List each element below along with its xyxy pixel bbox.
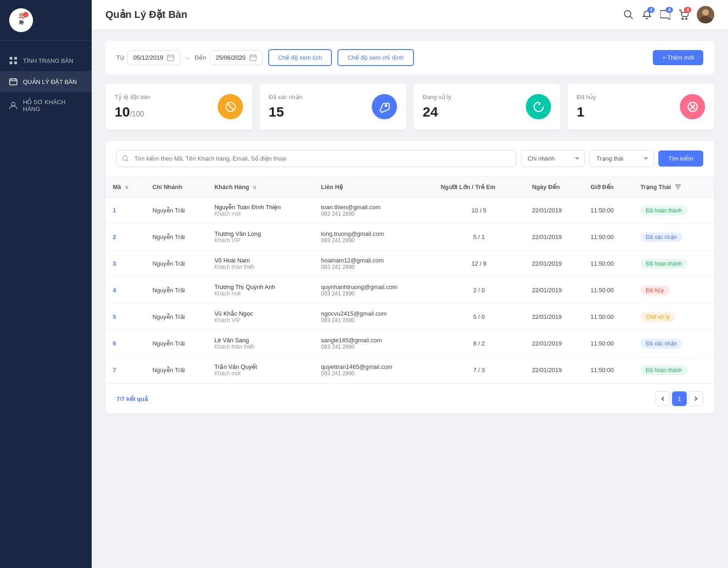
svg-text:寿: 寿: [18, 20, 24, 25]
from-date-input[interactable]: 05/12/2019: [127, 50, 180, 65]
cell-customer: Nguyễn Toàn Đình Thiện Khách mới: [207, 197, 314, 224]
to-label: Đến: [195, 54, 206, 61]
view-calendar-btn[interactable]: Chế độ xem lịch: [268, 49, 332, 66]
cell-people: 5 / 0: [433, 304, 524, 330]
sort-ma-icon[interactable]: ⇅: [125, 185, 128, 190]
table-row: 2 Nguyễn Trãi Trương Văn Long Khách VIP …: [105, 224, 714, 251]
stat-ty-le: Tỷ lệ đặt bàn 10/100 %: [105, 84, 252, 130]
svg-rect-5: [10, 57, 12, 60]
cart-badge: 4: [684, 7, 691, 13]
avatar[interactable]: [697, 6, 714, 23]
sidebar-item-ho-so-khach-hang[interactable]: HỒ SƠ KHÁCH HÀNG: [0, 92, 92, 119]
cell-branch: Nguyễn Trãi: [145, 304, 207, 330]
col-nguoi-lon: Người Lớn / Trẻ Em: [433, 177, 524, 197]
cell-date: 22/01/2019: [524, 197, 583, 224]
filter-icon[interactable]: [674, 183, 682, 190]
cell-branch: Nguyễn Trãi: [145, 251, 207, 277]
cell-status: Đã xác nhận: [633, 224, 714, 251]
cell-time: 11:50:00: [583, 277, 633, 304]
sidebar-item-tinh-trang-ban[interactable]: TÌNH TRẠNG BÀN: [0, 50, 92, 71]
col-gio-den: Giờ Đến: [583, 177, 633, 197]
stat-huy-value: 1: [577, 104, 596, 120]
status-badge: Đã hủy: [640, 285, 669, 295]
cell-date: 22/01/2019: [524, 224, 583, 251]
cell-id[interactable]: 4: [105, 277, 145, 304]
cell-id[interactable]: 2: [105, 224, 145, 251]
cell-status: Đã hoàn thành: [633, 197, 714, 224]
cell-branch: Nguyễn Trãi: [145, 197, 207, 224]
stat-huy: Đã hủy 1: [568, 84, 714, 130]
cell-status: Đã xác nhận: [633, 330, 714, 357]
cell-people: 2 / 0: [433, 277, 524, 304]
stat-xac-nhan-value: 15: [269, 104, 303, 120]
page-1-btn[interactable]: 1: [672, 391, 687, 406]
cell-id[interactable]: 6: [105, 330, 145, 357]
status-badge: Đã xác nhận: [640, 339, 683, 349]
pagination-row: 7/7 kết quả 1: [105, 384, 714, 413]
cell-id[interactable]: 5: [105, 304, 145, 330]
cell-people: 7 / 3: [433, 357, 524, 384]
cell-branch: Nguyễn Trãi: [145, 277, 207, 304]
add-new-btn[interactable]: + Thêm mới: [653, 50, 703, 65]
search-section: Chi nhánh Trạng thái Tìm kiếm: [105, 141, 714, 177]
stat-huy-label: Đã hủy: [577, 94, 596, 100]
sort-kh-icon[interactable]: ⇅: [253, 185, 256, 190]
prev-page-btn[interactable]: [656, 391, 670, 406]
cell-contact: quyettran1465@gmail.com 083 241 2890: [314, 357, 433, 384]
search-input[interactable]: [116, 150, 516, 167]
status-badge: Đã hoàn thành: [640, 206, 688, 216]
table-row: 3 Nguyễn Trãi Võ Hoài Nam Khách thân thi…: [105, 251, 714, 277]
svg-rect-24: [250, 55, 256, 61]
branch-select[interactable]: Chi nhánh: [521, 150, 585, 167]
stat-xac-nhan-label: Đã xác nhận: [269, 94, 303, 100]
svg-point-16: [682, 18, 684, 20]
calendar-from-icon: [167, 54, 174, 61]
svg-point-31: [385, 105, 387, 106]
cell-people: 8 / 2: [433, 330, 524, 357]
search-input-icon: [122, 155, 129, 162]
page-title: Quản Lý Đặt Bàn: [105, 9, 188, 21]
main-area: Quản Lý Đặt Bàn 4 4: [92, 0, 728, 568]
col-trang-thai: Trạng Thái: [633, 177, 714, 197]
view-fixed-btn[interactable]: Chế độ xem chỉ định: [337, 49, 414, 66]
topbar-actions: 4 4 4: [623, 6, 714, 23]
cell-time: 11:50:00: [583, 330, 633, 357]
cell-status: Đã hoàn thành: [633, 251, 714, 277]
col-ngay-den: Ngày Đến: [524, 177, 583, 197]
bookings-table: Mã ⇅ Chi Nhánh Khách Hàng ⇅ Liên Hệ Ngườ…: [105, 177, 714, 384]
to-date-input[interactable]: 25/06/2020: [210, 50, 262, 65]
cell-id[interactable]: 7: [105, 357, 145, 384]
col-chi-nhanh: Chi Nhánh: [145, 177, 207, 197]
status-select-wrap: Trạng thái: [590, 150, 654, 167]
message-btn[interactable]: 4: [660, 10, 670, 20]
cell-status: Đã hoàn thành: [633, 357, 714, 384]
cell-time: 11:50:00: [583, 304, 633, 330]
cell-time: 11:50:00: [583, 224, 633, 251]
sidebar-item-label: HỒ SƠ KHÁCH HÀNG: [23, 99, 83, 112]
next-page-btn[interactable]: [689, 391, 703, 406]
cell-branch: Nguyễn Trãi: [145, 330, 207, 357]
table-section: Mã ⇅ Chi Nhánh Khách Hàng ⇅ Liên Hệ Ngườ…: [105, 177, 714, 384]
stat-xu-ly-label: Đang xử lý: [423, 94, 451, 100]
date-to-group: Đến 25/06/2020: [195, 50, 263, 65]
sidebar-item-quan-ly-dat-ban[interactable]: QUẢN LÝ ĐẶT BÀN: [0, 71, 92, 92]
user-icon: [9, 101, 17, 110]
calendar-icon: [9, 78, 17, 86]
notification-btn[interactable]: 4: [642, 10, 652, 20]
cell-id[interactable]: 3: [105, 251, 145, 277]
status-select[interactable]: Trạng thái: [590, 150, 654, 167]
cell-customer: Trương Văn Long Khách VIP: [207, 224, 314, 251]
table-header-row: Mã ⇅ Chi Nhánh Khách Hàng ⇅ Liên Hệ Ngườ…: [105, 177, 714, 197]
sidebar-item-label: TÌNH TRẠNG BÀN: [23, 57, 73, 64]
cart-btn[interactable]: 4: [678, 10, 689, 20]
cell-id[interactable]: 1: [105, 197, 145, 224]
stat-ty-le-icon: %: [218, 94, 243, 119]
search-input-wrap: [116, 150, 516, 167]
search-icon-btn[interactable]: [623, 10, 634, 20]
svg-rect-9: [10, 79, 17, 85]
search-btn[interactable]: Tìm kiếm: [658, 150, 703, 167]
table-row: 5 Nguyễn Trãi Vũ Khắc Ngọc Khách VIP ngo…: [105, 304, 714, 330]
svg-line-15: [630, 16, 633, 19]
search-icon: [623, 10, 634, 20]
cell-contact: sangle145@gmail.com 083 241 2890: [314, 330, 433, 357]
